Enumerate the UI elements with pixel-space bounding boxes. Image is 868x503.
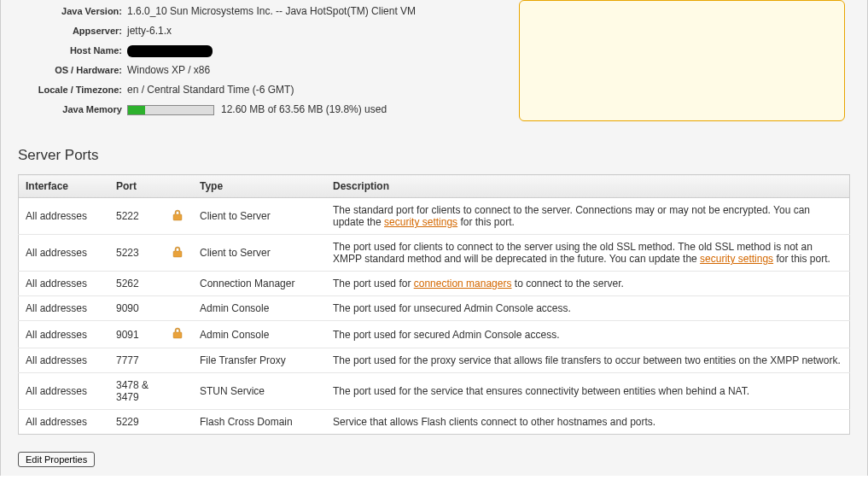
- desc-text: The port used for the proxy service that…: [333, 354, 841, 366]
- locale-timezone-value: en / Central Standard Time (-6 GMT): [127, 84, 294, 97]
- desc-text: Service that allows Flash clients connec…: [333, 416, 655, 428]
- java-version-label: Java Version:: [9, 5, 127, 18]
- cell-port: 9091: [109, 321, 162, 348]
- desc-link[interactable]: security settings: [700, 253, 773, 265]
- lock-icon: [162, 198, 193, 235]
- java-memory-value: 12.60 MB of 63.56 MB (19.8%) used: [221, 103, 387, 116]
- cell-port: 3478 & 3479: [109, 373, 162, 410]
- desc-text: The port used for unsecured Admin Consol…: [333, 302, 571, 314]
- col-description: Description: [326, 175, 850, 198]
- cell-description: The port used for the proxy service that…: [326, 348, 850, 373]
- col-interface: Interface: [19, 175, 110, 198]
- cell-type: Admin Console: [193, 296, 326, 321]
- table-row: All addresses9090Admin ConsoleThe port u…: [19, 296, 850, 321]
- desc-link[interactable]: connection managers: [414, 278, 512, 290]
- cell-description: Service that allows Flash clients connec…: [326, 410, 850, 435]
- table-row: All addresses5229Flash Cross DomainServi…: [19, 410, 850, 435]
- table-row: All addresses9091Admin ConsoleThe port u…: [19, 321, 850, 348]
- empty-cell: [162, 410, 193, 435]
- redacted-hostname: [127, 45, 213, 57]
- cell-interface: All addresses: [19, 321, 110, 348]
- cell-type: Flash Cross Domain: [193, 410, 326, 435]
- lock-icon: [162, 321, 193, 348]
- java-memory-label: Java Memory: [9, 103, 127, 116]
- host-name-label: Host Name:: [9, 44, 127, 57]
- cell-description: The standard port for clients to connect…: [326, 198, 850, 235]
- cell-port: 7777: [109, 348, 162, 373]
- server-info-block: Java Version: 1.6.0_10 Sun Microsystems …: [9, 0, 487, 121]
- cell-description: The port used for unsecured Admin Consol…: [326, 296, 850, 321]
- cell-port: 5262: [109, 272, 162, 296]
- empty-cell: [162, 296, 193, 321]
- edit-properties-button[interactable]: Edit Properties: [18, 452, 95, 467]
- desc-text: The port used for the service that ensur…: [333, 385, 749, 397]
- empty-cell: [162, 348, 193, 373]
- table-row: All addresses5222Client to ServerThe sta…: [19, 198, 850, 235]
- cell-type: STUN Service: [193, 373, 326, 410]
- desc-text: for this port.: [457, 216, 515, 228]
- cell-description: The port used for connection managers to…: [326, 272, 850, 296]
- os-hardware-label: OS / Hardware:: [9, 64, 127, 77]
- empty-cell: [162, 272, 193, 296]
- cell-interface: All addresses: [19, 235, 110, 272]
- cell-port: 5229: [109, 410, 162, 435]
- cell-type: Client to Server: [193, 235, 326, 272]
- cell-interface: All addresses: [19, 373, 110, 410]
- host-name-value: [127, 44, 213, 57]
- cell-port: 5222: [109, 198, 162, 235]
- desc-link[interactable]: security settings: [384, 216, 457, 228]
- desc-text: for this port.: [773, 253, 830, 265]
- java-version-value: 1.6.0_10 Sun Microsystems Inc. -- Java H…: [127, 5, 416, 18]
- cell-interface: All addresses: [19, 348, 110, 373]
- cell-description: The port used for clients to connect to …: [326, 235, 850, 272]
- col-type: Type: [193, 175, 326, 198]
- cell-description: The port used for secured Admin Console …: [326, 321, 850, 348]
- empty-cell: [162, 373, 193, 410]
- notification-panel: [519, 0, 845, 121]
- desc-text: to connect to the server.: [511, 278, 623, 290]
- table-row: All addresses7777File Transfer ProxyThe …: [19, 348, 850, 373]
- col-port: Port: [109, 175, 162, 198]
- table-row: All addresses5223Client to ServerThe por…: [19, 235, 850, 272]
- memory-bar-fill: [128, 106, 145, 114]
- appserver-value: jetty-6.1.x: [127, 25, 172, 38]
- memory-bar: [127, 105, 214, 115]
- os-hardware-value: Windows XP / x86: [127, 64, 210, 77]
- cell-description: The port used for the service that ensur…: [326, 373, 850, 410]
- cell-type: Connection Manager: [193, 272, 326, 296]
- server-ports-heading: Server Ports: [18, 147, 867, 164]
- cell-type: File Transfer Proxy: [193, 348, 326, 373]
- cell-interface: All addresses: [19, 272, 110, 296]
- cell-interface: All addresses: [19, 296, 110, 321]
- desc-text: The port used for: [333, 278, 414, 290]
- table-row: All addresses3478 & 3479STUN ServiceThe …: [19, 373, 850, 410]
- appserver-label: Appserver:: [9, 25, 127, 38]
- cell-port: 5223: [109, 235, 162, 272]
- cell-port: 9090: [109, 296, 162, 321]
- cell-type: Client to Server: [193, 198, 326, 235]
- locale-timezone-label: Locale / Timezone:: [9, 84, 127, 97]
- table-row: All addresses5262Connection ManagerThe p…: [19, 272, 850, 296]
- cell-type: Admin Console: [193, 321, 326, 348]
- desc-text: The port used for secured Admin Console …: [333, 329, 559, 341]
- server-ports-table: Interface Port Type Description All addr…: [18, 174, 850, 435]
- lock-icon: [162, 235, 193, 272]
- cell-interface: All addresses: [19, 410, 110, 435]
- cell-interface: All addresses: [19, 198, 110, 235]
